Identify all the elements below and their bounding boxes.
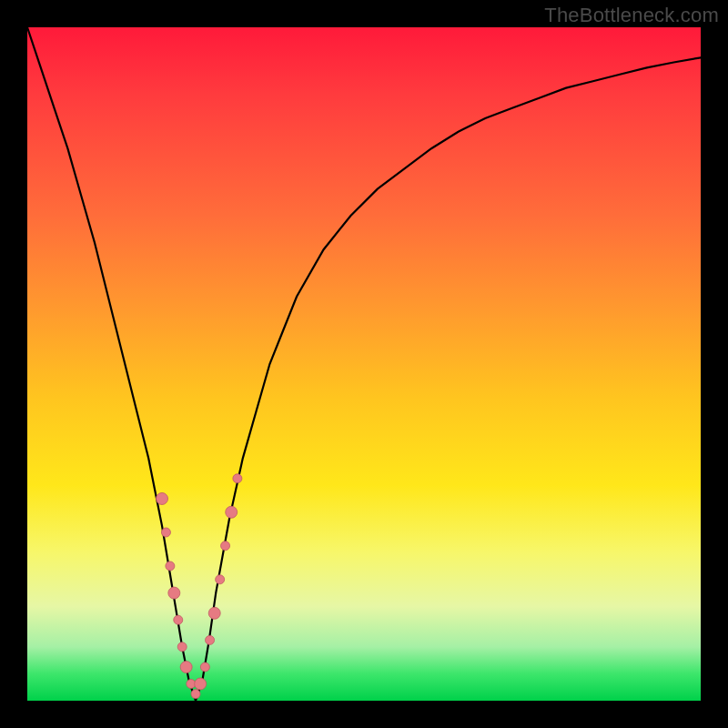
sample-marker [200, 662, 209, 672]
sample-marker [221, 541, 230, 551]
sample-marker [174, 615, 183, 624]
outer-frame: TheBottleneck.com [0, 0, 728, 728]
sample-marker [191, 690, 200, 699]
sample-marker [226, 506, 238, 518]
sample-marker [180, 662, 192, 673]
sample-marker [177, 642, 187, 652]
curve-svg [27, 27, 701, 701]
sample-marker [168, 587, 180, 599]
marker-group [157, 474, 242, 699]
sample-marker [208, 607, 220, 619]
sample-marker [161, 528, 170, 537]
sample-marker [216, 575, 225, 584]
bottleneck-curve [27, 27, 701, 701]
sample-marker [233, 474, 242, 483]
plot-area [27, 27, 701, 701]
sample-marker [206, 635, 215, 644]
sample-marker [157, 493, 168, 505]
watermark-text: TheBottleneck.com [544, 4, 719, 27]
sample-marker [166, 561, 175, 571]
sample-marker [195, 678, 207, 690]
